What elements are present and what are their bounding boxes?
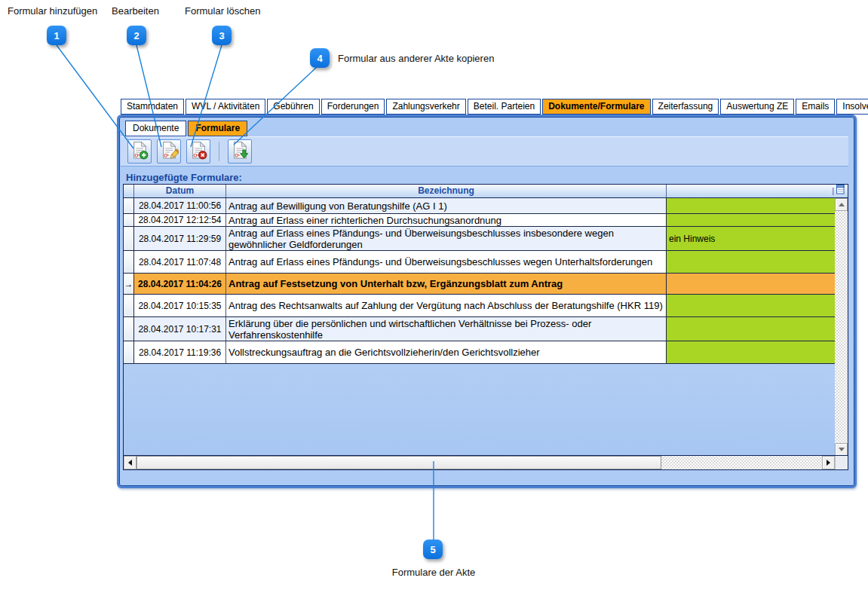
cell-bezeichnung: Antrag auf Erlass eines Pfändungs- und Ü…: [226, 227, 667, 250]
cell-bezeichnung: Antrag auf Festsetzung von Unterhalt bzw…: [226, 274, 667, 294]
tab-emails[interactable]: Emails: [796, 99, 835, 115]
row-selector-cell[interactable]: [124, 227, 134, 250]
tab-stammdaten[interactable]: Stammdaten: [121, 99, 184, 115]
column-header-datum[interactable]: Datum: [134, 185, 226, 197]
vertical-scroll-track[interactable]: [835, 211, 848, 443]
tab-forderungen[interactable]: Forderungen: [321, 99, 385, 115]
cell-datum: 28.04.2017 11:29:59: [134, 227, 226, 250]
cell-note: ein Hinweis: [667, 227, 835, 250]
scroll-up-button[interactable]: [835, 198, 848, 211]
tab-zeiterfassung[interactable]: Zeiterfassung: [652, 99, 719, 115]
column-header-bezeichnung[interactable]: Bezeichnung: [226, 185, 667, 197]
tab-dokumente-formulare[interactable]: Dokumente/Formulare: [542, 99, 650, 115]
doc-import-icon: [231, 141, 250, 163]
row-selector-cell[interactable]: [124, 251, 134, 273]
callout-badge-3: 3: [212, 26, 232, 45]
callout-badge-2: 2: [127, 26, 146, 45]
cell-datum: 28.04.2017 10:15:35: [134, 295, 226, 316]
tab-insolvenz[interactable]: Insolvenz: [836, 99, 868, 115]
forms-table: Datum Bezeichnung | 28.04.2017 11:00:56A…: [123, 184, 848, 470]
row-selector-cell[interactable]: [124, 295, 134, 316]
table-row[interactable]: 28.04.2017 10:17:31Erklärung über die pe…: [124, 317, 835, 341]
delete-form-button[interactable]: [186, 139, 210, 164]
doc-add-icon: [130, 141, 149, 163]
column-customize-icon[interactable]: [836, 185, 845, 198]
edit-form-button[interactable]: [157, 139, 181, 164]
forms-toolbar: [121, 136, 848, 167]
table-row[interactable]: 28.04.2017 11:07:48Antrag auf Erlass ein…: [124, 251, 835, 274]
callout-badge-5: 5: [423, 540, 443, 559]
table-row[interactable]: →28.04.2017 11:04:26Antrag auf Festsetzu…: [124, 274, 835, 295]
cell-datum: 28.04.2017 11:04:26: [134, 274, 226, 294]
cell-note: [667, 198, 835, 213]
table-row[interactable]: 28.04.2017 11:29:59Antrag auf Erlass ein…: [124, 227, 835, 251]
row-selector-cell[interactable]: [124, 214, 134, 226]
vertical-scrollbar[interactable]: [835, 198, 848, 456]
row-selector-cell[interactable]: [124, 317, 134, 341]
row-selector-cell[interactable]: [124, 341, 134, 363]
cell-datum: 28.04.2017 12:12:54: [134, 214, 226, 226]
cell-datum: 28.04.2017 11:07:48: [134, 251, 226, 273]
callout-badge-4: 4: [310, 48, 330, 68]
app-window: DokumenteFormulare Hinzugefügte Formular…: [117, 115, 857, 488]
cell-note: [667, 317, 835, 341]
add-form-button[interactable]: [127, 139, 152, 164]
callout-badge-1: 1: [47, 26, 66, 45]
cell-datum: 28.04.2017 11:00:56: [134, 198, 226, 213]
divider: |: [832, 185, 834, 197]
scrollbar-corner: [835, 456, 848, 469]
cell-note: [667, 274, 835, 294]
down-arrow-icon: [839, 448, 845, 451]
tab-beteil-parteien[interactable]: Beteil. Parteien: [468, 99, 541, 115]
cell-note: [667, 295, 835, 316]
copy-form-from-other-file-button[interactable]: [228, 139, 252, 164]
callout-label-4: Formular aus anderer Akte kopieren: [338, 53, 494, 64]
toolbar-divider: [219, 142, 219, 161]
subtab-formulare[interactable]: Formulare: [188, 121, 247, 136]
callout-label-3: Formular löschen: [185, 5, 260, 17]
table-header-row: Datum Bezeichnung |: [124, 185, 848, 198]
subtab-dokumente[interactable]: Dokumente: [125, 121, 186, 136]
cell-bezeichnung: Antrag auf Bewilligung von Beratungshilf…: [226, 198, 667, 213]
cell-note: [667, 251, 835, 273]
row-selector-cell[interactable]: [124, 198, 134, 213]
cell-bezeichnung: Vollstreckungsauftrag an die Gerichtsvol…: [226, 341, 667, 363]
tab-geb-hren[interactable]: Gebühren: [267, 99, 319, 115]
sub-tab-bar: DokumenteFormulare: [125, 121, 249, 136]
scroll-left-button[interactable]: [124, 456, 136, 469]
callout-label-5: Formulare der Akte: [392, 567, 476, 578]
table-row[interactable]: 28.04.2017 11:00:56Antrag auf Bewilligun…: [124, 198, 835, 214]
right-arrow-icon: [827, 460, 830, 466]
section-title: Hinzugefügte Formulare:: [126, 172, 242, 183]
tab-zahlungsverkehr[interactable]: Zahlungsverkehr: [386, 99, 465, 115]
cell-bezeichnung: Erklärung über die persönlichen und wirt…: [226, 317, 667, 341]
doc-edit-icon: [160, 141, 179, 163]
cell-note: [667, 341, 835, 363]
table-body: 28.04.2017 11:00:56Antrag auf Bewilligun…: [124, 198, 835, 364]
column-header-row-selector: [124, 185, 134, 197]
table-row[interactable]: 28.04.2017 11:19:36Vollstreckungsauftrag…: [124, 341, 835, 364]
table-row[interactable]: 28.04.2017 10:15:35Antrag des Rechtsanwa…: [124, 295, 835, 317]
main-tab-bar: StammdatenWVL / AktivitätenGebührenForde…: [121, 99, 868, 115]
scroll-down-button[interactable]: [835, 443, 848, 456]
cell-note: [667, 214, 835, 226]
selected-row-arrow-icon[interactable]: →: [124, 274, 134, 294]
table-row[interactable]: 28.04.2017 12:12:54Antrag auf Erlass ein…: [124, 214, 835, 227]
callout-label-1: Formular hinzufügen: [8, 5, 97, 17]
cell-bezeichnung: Antrag auf Erlass eines Pfändungs- und Ü…: [226, 251, 667, 273]
cell-datum: 28.04.2017 10:17:31: [134, 317, 226, 341]
column-header-note: |: [667, 185, 848, 197]
tab-auswertung-ze[interactable]: Auswertung ZE: [720, 99, 794, 115]
horizontal-scrollbar[interactable]: [124, 455, 848, 469]
horizontal-scroll-thumb[interactable]: [136, 456, 661, 469]
doc-delete-icon: [189, 141, 208, 163]
left-arrow-icon: [128, 460, 132, 466]
horizontal-scroll-track[interactable]: [661, 456, 822, 469]
cell-bezeichnung: Antrag auf Erlass einer richterlichen Du…: [226, 214, 667, 226]
tab-wvl-aktivit-ten[interactable]: WVL / Aktivitäten: [186, 99, 265, 115]
cell-bezeichnung: Antrag des Rechtsanwalts auf Zahlung der…: [226, 295, 667, 316]
scroll-right-button[interactable]: [822, 456, 835, 469]
callout-label-2: Bearbeiten: [112, 5, 159, 17]
cell-datum: 28.04.2017 11:19:36: [134, 341, 226, 363]
up-arrow-icon: [839, 203, 845, 206]
